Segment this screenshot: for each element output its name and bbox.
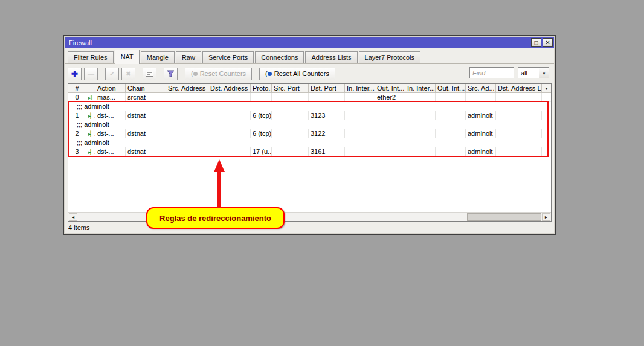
cell-Src. Port [272,147,309,156]
h-scrollbar[interactable]: ◄ ► [68,212,551,221]
cell-Dst. Address Lis [496,93,542,101]
tab-nat[interactable]: NAT [115,50,140,64]
column-header-Dst. Address Lis[interactable]: Dst. Address Lis [496,84,542,92]
annotation-callout: Reglas de redireccionamiento [146,207,285,229]
cell-Out. Int... [436,93,466,101]
filter-select[interactable]: all ▼ [518,67,549,78]
column-header-Dst. Address[interactable]: Dst. Address [208,84,251,92]
action-icon-cell [86,111,95,120]
add-button[interactable]: ✚ [68,68,82,80]
column-selector-button[interactable]: ▼ [542,84,551,92]
firewall-window: Firewall □ ✕ Filter RulesNATMangleRawSer… [63,35,556,235]
rule-row-1[interactable]: 1dst-...dstnat6 (tcp)3123adminolt [68,111,551,120]
filter-select-dropdown-button[interactable]: ▼ [539,68,549,78]
cell-Dst. Address Lis [496,129,542,138]
check-icon: ✔ [109,71,115,77]
cell-Src. Ad...: adminolt [466,129,496,138]
column-header-Chain[interactable]: Chain [126,84,166,92]
tab-connections[interactable]: Connections [255,51,304,63]
column-header-#[interactable]: # [68,84,86,92]
toolbar: ✚ — ✔ ✖ [65,64,554,83]
cell-In. Inter... [405,111,436,120]
window-title: Firewall [69,39,92,46]
tab-raw[interactable]: Raw [176,51,201,63]
comment-icon [146,71,153,77]
tab-layer7-protocols[interactable]: Layer7 Protocols [359,51,421,63]
dst-nat-icon [88,149,95,155]
cell-Out. Int... [375,147,405,156]
scrollbar-thumb[interactable] [467,213,541,221]
cell-Proto...: 6 (tcp) [251,129,272,138]
table-header-row: #ActionChainSrc. AddressDst. AddressProt… [68,84,551,93]
cell-Out. Int... [375,129,405,138]
cell-Chain: dstnat [126,147,166,156]
cell-Dst. Port: 3161 [309,147,345,156]
cell-In. Inter... [405,93,436,101]
column-header-Proto...[interactable]: Proto... [251,84,272,92]
cell-Src. Address [166,129,208,138]
column-header-Src. Port[interactable]: Src. Port [272,84,309,92]
reset-all-counters-icon: ( [265,70,272,77]
cell-Chain: srcnat [126,93,166,101]
cell-In. Inter... [345,111,375,120]
plus-icon: ✚ [71,70,78,78]
scroll-right-button[interactable]: ► [542,213,550,221]
column-header-In. Inter...[interactable]: In. Inter... [405,84,436,92]
cell-Out. Int... [375,111,405,120]
column-header-Action[interactable]: Action [95,84,126,92]
window-titlebar[interactable]: Firewall □ ✕ [65,37,554,48]
disable-button[interactable]: ✖ [121,68,135,80]
cross-icon: ✖ [126,71,131,77]
find-input[interactable] [469,67,514,78]
column-header-Dst. Port[interactable]: Dst. Port [309,84,345,92]
cell-Dst. Address Lis [496,147,542,156]
reset-counters-icon: ( [191,70,198,77]
cell-Src. Address [166,93,208,101]
cell-Src. Ad...: adminolt [466,147,496,156]
comment-row[interactable]: ;;; adminolt [68,102,551,111]
cell-Out. Int... [436,129,466,138]
rule-row-2[interactable]: 2dst-...dstnat6 (tcp)3122adminolt [68,129,551,138]
column-header-In. Inter...[interactable]: In. Inter... [345,84,375,92]
enable-button[interactable]: ✔ [105,68,119,80]
column-header-icon[interactable] [86,84,95,92]
cell-Out. Int... [436,111,466,120]
column-header-Src. Address[interactable]: Src. Address [166,84,208,92]
cell-Action: dst-... [95,111,126,120]
comment-button[interactable] [143,68,156,80]
maximize-button[interactable]: □ [531,38,541,47]
cell-Dst. Address [208,129,251,138]
dropdown-arrow-icon: ▼ [543,71,546,75]
column-header-Out. Int...[interactable]: Out. Int... [375,84,405,92]
filter-button[interactable] [164,68,178,80]
reset-counters-button[interactable]: ( Reset Counters [185,68,252,80]
cell-#: 1 [68,111,86,120]
reset-all-counters-button[interactable]: ( Reset All Counters [259,68,335,80]
comment-row[interactable]: ;;; adminolt [68,120,551,129]
cell-Src. Port [272,111,309,120]
cell-Dst. Address [208,111,251,120]
cell-Dst. Port: 3122 [309,129,345,138]
cell-In. Inter... [405,147,436,156]
cell-Action: dst-... [95,147,126,156]
tab-address-lists[interactable]: Address Lists [305,51,357,63]
minus-icon: — [88,71,94,77]
remove-button[interactable]: — [84,68,98,80]
tab-mangle[interactable]: Mangle [141,51,175,63]
rule-row-0[interactable]: 0mas...srcnatether2 [68,93,551,102]
comment-row[interactable]: ;;; adminolt [68,138,551,147]
cell-Dst. Port: 3123 [309,111,345,120]
scroll-left-button[interactable]: ◄ [69,213,77,221]
column-header-Out. Int...[interactable]: Out. Int... [436,84,466,92]
close-button[interactable]: ✕ [543,38,553,47]
filter-select-value: all [518,69,539,77]
tab-filter-rules[interactable]: Filter Rules [68,51,114,63]
toolbar-buttons: ✚ — ✔ ✖ [68,68,335,80]
tab-service-ports[interactable]: Service Ports [202,51,254,63]
column-header-Src. Ad...[interactable]: Src. Ad... [466,84,496,92]
items-count: 4 items [68,224,89,231]
nat-rules-list: #ActionChainSrc. AddressDst. AddressProt… [68,83,552,222]
cell-Chain: dstnat [126,129,166,138]
filter-icon [167,70,175,77]
rule-row-3[interactable]: 3dst-...dstnat17 (u...3161adminolt [68,147,551,156]
